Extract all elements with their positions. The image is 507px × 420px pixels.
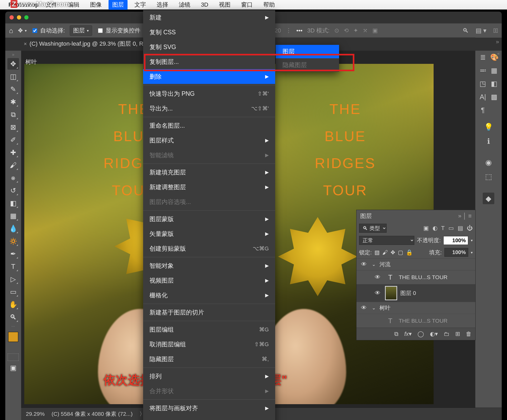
panel-menu-icon[interactable]: » │ ≡	[458, 213, 472, 219]
filter-toggle-icon[interactable]: ⏻	[467, 225, 473, 232]
auto-select-target[interactable]: 图层 ▾	[70, 25, 92, 36]
menu-image[interactable]: 图像	[86, 0, 105, 10]
layer-group[interactable]: 👁⌄树叶	[356, 302, 475, 314]
layer-thumbnail[interactable]	[386, 287, 397, 300]
add-mask-icon[interactable]: ◯	[417, 331, 424, 337]
gradient-tool[interactable]: ▦	[7, 210, 19, 222]
marquee-tool[interactable]: ◫	[7, 71, 19, 82]
adjustment-layer-icon[interactable]: ◐▾	[430, 331, 438, 337]
menu-select[interactable]: 选择	[153, 0, 172, 10]
menu-item[interactable]: 创建剪贴蒙版⌥⌘G	[143, 241, 275, 256]
menu-item[interactable]: 视频图层▶	[143, 273, 275, 288]
menu-item[interactable]: 图层样式▶	[143, 133, 275, 148]
filter-smart-icon[interactable]: ▤	[458, 225, 463, 232]
zoom-tool[interactable]: 🔍︎	[7, 311, 19, 323]
lock-paint-icon[interactable]: 🖌	[382, 249, 388, 256]
visibility-icon[interactable]: 👁	[373, 290, 382, 297]
blur-tool[interactable]: 💧	[7, 223, 19, 234]
workspace-icon[interactable]: ▤ ▾	[476, 27, 487, 34]
more-icon[interactable]: •••	[296, 27, 302, 34]
menu-layer[interactable]: 图层	[109, 0, 128, 10]
paragraph-icon[interactable]: ¶	[478, 106, 487, 114]
properties-icon[interactable]: ⬚	[483, 171, 494, 182]
history-icon[interactable]: ≣	[478, 53, 487, 62]
close-window-icon[interactable]	[10, 15, 14, 20]
dodge-tool[interactable]: 🔅	[7, 235, 19, 247]
new-layer-icon[interactable]: ⊞	[455, 331, 460, 337]
brush-tool[interactable]: 🖌	[7, 159, 19, 171]
visibility-icon[interactable]: 👁	[373, 274, 382, 281]
blend-mode-select[interactable]: 正常	[359, 236, 414, 245]
menu-item[interactable]: 矢量蒙版▶	[143, 226, 275, 241]
slide-3d-icon[interactable]: ⤧	[363, 27, 368, 34]
menu-item[interactable]: 复制 SVG	[143, 40, 275, 54]
menu-item[interactable]: 图层蒙版▶	[143, 212, 275, 226]
menu-item[interactable]: 合并形状▶	[143, 384, 275, 398]
zoom-level[interactable]: 29.29%	[26, 411, 45, 417]
hand-tool[interactable]: ✋	[7, 299, 19, 310]
menu-3d[interactable]: 3D	[197, 0, 212, 9]
artboard-label[interactable]: 树叶	[25, 58, 37, 66]
filter-pixel-icon[interactable]: ▣	[423, 225, 429, 232]
show-transform-checkbox[interactable]	[98, 28, 103, 33]
menu-item[interactable]: 复制 CSS	[143, 25, 275, 40]
swatches-icon[interactable]: ▦	[490, 66, 499, 75]
menu-item[interactable]: 新建调整图层▶	[143, 180, 275, 194]
history-brush-tool[interactable]: ↺	[7, 185, 19, 196]
stamp-tool[interactable]: ⎈	[7, 172, 19, 184]
menu-item[interactable]: 新建填充图层▶	[143, 165, 275, 180]
fill-input[interactable]	[444, 248, 468, 257]
menu-filter[interactable]: 滤镜	[175, 0, 194, 10]
search-icon[interactable]: 🔍︎	[462, 27, 469, 34]
eraser-tool[interactable]: ◧	[7, 197, 19, 209]
visibility-icon[interactable]: 👁	[360, 304, 368, 311]
type-tool[interactable]: T	[7, 261, 19, 272]
shape-tool[interactable]: ▭	[7, 286, 19, 298]
layer-text[interactable]: TTHE BLU...S TOUR	[356, 314, 475, 328]
opacity-input[interactable]	[443, 236, 468, 245]
menu-item[interactable]: 重命名图层...	[143, 118, 275, 133]
path-select-tool[interactable]: ▷	[7, 273, 19, 285]
menu-item[interactable]: 图层内容选项...	[143, 194, 275, 209]
document-tab-title[interactable]: (C) Washington-leaf.jpg @ 29.3% (图层 0, R…	[30, 40, 162, 48]
menu-item[interactable]: 智能对象▶	[143, 258, 275, 273]
menu-item[interactable]: 快速导出为 PNG⇧⌘'	[143, 86, 275, 101]
gradient-panel-icon[interactable]: ◧	[490, 79, 499, 88]
adjust-icon[interactable]: ≕	[478, 66, 487, 75]
healing-tool[interactable]: ✚	[7, 147, 19, 158]
menu-item[interactable]: 智能滤镜▶	[143, 148, 275, 163]
menu-type[interactable]: 文字	[131, 0, 150, 10]
filter-type-icon[interactable]: T	[441, 225, 445, 232]
menu-item[interactable]: 图层编组⌘G	[143, 322, 275, 337]
quick-select-tool[interactable]: ✱	[7, 96, 19, 108]
link-layers-icon[interactable]: ⧉	[394, 331, 398, 337]
orbit-3d-icon[interactable]: ⊙	[334, 27, 339, 34]
rail-collapse-icon[interactable]: «	[497, 51, 500, 56]
layer-filter-kind[interactable]: 🔍︎ 类型	[359, 224, 387, 233]
menu-item[interactable]: 删除▶	[143, 69, 275, 84]
menu-help[interactable]: 帮助	[260, 0, 279, 10]
minimize-window-icon[interactable]	[17, 15, 21, 20]
frame-tool[interactable]: ⊠	[7, 121, 19, 133]
filter-shape-icon[interactable]: ▭	[448, 225, 454, 232]
menu-item[interactable]: 排列▶	[143, 369, 275, 384]
learn-icon[interactable]: 💡	[483, 122, 494, 132]
share-icon[interactable]: ⇧⃞	[493, 27, 498, 34]
lock-position-icon[interactable]: ✥	[391, 249, 395, 256]
lock-transparent-icon[interactable]: ▧	[374, 249, 380, 256]
pen-tool[interactable]: ✒	[7, 248, 19, 260]
menu-item[interactable]: 将图层与画板对齐▶	[143, 401, 275, 416]
camera-3d-icon[interactable]: ▣	[372, 27, 378, 34]
move-tool[interactable]: ✥	[7, 58, 19, 70]
crop-tool[interactable]: ⧉	[7, 109, 19, 120]
lock-artboard-icon[interactable]: ▢	[398, 249, 403, 256]
zoom-window-icon[interactable]	[24, 15, 29, 20]
menu-item[interactable]: 导出为...⌥⇧⌘'	[143, 101, 275, 116]
info-icon[interactable]: ℹ	[483, 136, 494, 146]
submenu-item-hidden[interactable]: 隐藏图层	[276, 58, 339, 72]
new-group-icon[interactable]: 🗀	[444, 331, 449, 337]
pan-3d-icon[interactable]: ✦	[353, 27, 358, 34]
menu-item[interactable]: 隐藏图层⌘,	[143, 352, 275, 366]
pattern-icon[interactable]: ▩	[490, 92, 499, 101]
doc-info[interactable]: (C) 5584 像素 x 4080 像素 (72...)	[51, 410, 133, 418]
